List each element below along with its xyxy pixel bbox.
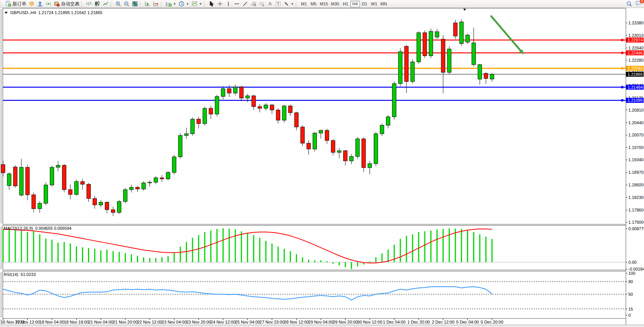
crosshair-tool-button[interactable] (216, 0, 224, 8)
price-tick-label: 1.23010 (628, 33, 644, 38)
candle-body (270, 105, 274, 110)
toolbar-grip[interactable] (204, 1, 206, 7)
auto-trading-icon (54, 1, 60, 7)
zoom-out-button[interactable] (122, 0, 131, 8)
notifications-button[interactable]: 1 (635, 0, 642, 7)
line-handle[interactable] (621, 52, 623, 54)
candle-body (282, 106, 286, 120)
candle-body (319, 130, 323, 133)
timeframe-button-mn[interactable]: MN (379, 1, 389, 7)
time-tick-label: 23 Nov 04:00 (162, 320, 186, 324)
rsi-tick-label: 80 (628, 279, 633, 284)
candle-body (331, 141, 335, 152)
candle-body (50, 167, 54, 185)
trendline-tool-button[interactable] (241, 0, 249, 8)
time-tick-label: 27 Nov 23:00 (260, 320, 284, 324)
candle-body (264, 105, 268, 108)
toolbar: 新订单 自动交易 (0, 0, 644, 8)
candle-chart-button[interactable] (93, 0, 101, 8)
timeframe-button-d1[interactable]: D1 (360, 1, 369, 7)
line-handle[interactable] (621, 39, 623, 41)
period-button[interactable]: ▼ (177, 0, 190, 8)
time-tick-label: 25 Nov 04:00 (235, 320, 260, 324)
toolbar-grip[interactable] (111, 1, 113, 7)
timeframe-button-m30[interactable]: M30 (329, 1, 340, 7)
candle-body (350, 157, 353, 161)
navigator-button[interactable] (36, 0, 44, 8)
candle-body (466, 35, 469, 42)
toolbar-grip[interactable] (161, 1, 163, 7)
label-tool-button[interactable]: T (274, 0, 282, 8)
toolbar-grip[interactable] (140, 1, 142, 7)
new-order-icon (5, 1, 11, 7)
template-button[interactable]: ▼ (190, 0, 203, 8)
rsi-tick-label: 0 (628, 313, 631, 317)
symbol-dropdown-icon[interactable] (5, 12, 8, 14)
candle-body (423, 33, 427, 56)
candle-body (148, 182, 152, 183)
rsi-tick-label: 15 (628, 307, 633, 311)
candle-chart-icon (94, 1, 100, 7)
toolbar-grip[interactable] (81, 1, 84, 7)
crosshair-icon (217, 1, 223, 7)
shapes-tool-button[interactable]: ▼ (282, 0, 295, 8)
line-handle[interactable] (621, 67, 623, 69)
auto-trading-button[interactable]: 自动交易 (53, 0, 80, 8)
timeframe-button-m1[interactable]: M1 (299, 1, 309, 7)
line-handle[interactable] (621, 99, 623, 101)
signals-button[interactable] (44, 0, 53, 8)
time-tick-label: 2 Dec 12:00 (432, 320, 454, 324)
horizontal-line-icon (234, 1, 240, 7)
price-tick-label: 1.18230 (628, 195, 644, 200)
candle-body (484, 74, 488, 79)
candle-body (294, 113, 298, 127)
text-tool-button[interactable]: A (266, 0, 274, 8)
vline-tool-button[interactable] (224, 0, 233, 8)
new-order-button[interactable]: 新订单 (4, 0, 27, 8)
candle-body (154, 178, 158, 183)
candle-body (300, 127, 304, 143)
line-handle[interactable] (621, 86, 623, 88)
chart-shift-button[interactable] (152, 0, 160, 8)
time-tick-label: 1 Dec 20:00 (407, 320, 430, 324)
time-tick-label: 18 Nov 18:00 (64, 320, 89, 324)
bar-chart-button[interactable] (85, 0, 93, 8)
symbol-name: GBPUSD-,H4 (10, 10, 36, 15)
timeframe-button-h1[interactable]: H1 (341, 1, 350, 7)
line-chart-button[interactable] (101, 0, 110, 8)
add-indicator-button[interactable]: ▼ (164, 0, 177, 8)
timeframe-button-h4[interactable]: H4 (350, 1, 360, 7)
candle-body (227, 89, 231, 93)
channel-tool-button[interactable]: E (249, 0, 258, 8)
timeframe-button-m5[interactable]: M5 (309, 1, 318, 7)
svg-text:F: F (263, 4, 264, 7)
candle-body (136, 187, 140, 189)
candle-body (111, 210, 115, 212)
line-chart-icon (103, 1, 109, 7)
hline-tool-button[interactable] (233, 0, 241, 8)
signal-icon (45, 1, 51, 7)
fibonacci-tool-button[interactable]: F (258, 0, 266, 8)
market-watch-button[interactable] (27, 0, 36, 8)
time-tick-label: 1 Dec 04:00 (383, 320, 405, 324)
zoom-in-button[interactable] (114, 0, 122, 8)
price-chart[interactable]: 1.233801.230101.226401.222801.219101.215… (0, 8, 644, 327)
chart-shift-icon (153, 1, 159, 7)
candle-body (307, 143, 311, 149)
auto-scroll-button[interactable] (143, 0, 152, 8)
candle-body (478, 64, 482, 79)
chart-window: 1.233801.230101.226401.222801.219101.215… (0, 8, 644, 327)
zoom-out-icon (124, 1, 130, 7)
toolbar-grip[interactable] (296, 1, 298, 7)
time-tick-label: 28 Nov 12:00 (284, 320, 309, 324)
toolbar-grip[interactable] (1, 1, 3, 7)
candle-body (344, 151, 347, 161)
symbol-info-bar[interactable]: GBPUSD-,H4 1.21724 1.21895 1.21642 1.218… (5, 10, 103, 15)
search-icon[interactable] (626, 1, 632, 7)
timeframe-button-m15[interactable]: M15 (318, 1, 329, 7)
zoom-in-icon (115, 1, 121, 7)
cursor-tool-button[interactable] (207, 0, 216, 8)
tile-windows-button[interactable] (131, 0, 139, 8)
add-indicator-icon (165, 1, 172, 7)
timeframe-button-w1[interactable]: W1 (369, 1, 379, 7)
